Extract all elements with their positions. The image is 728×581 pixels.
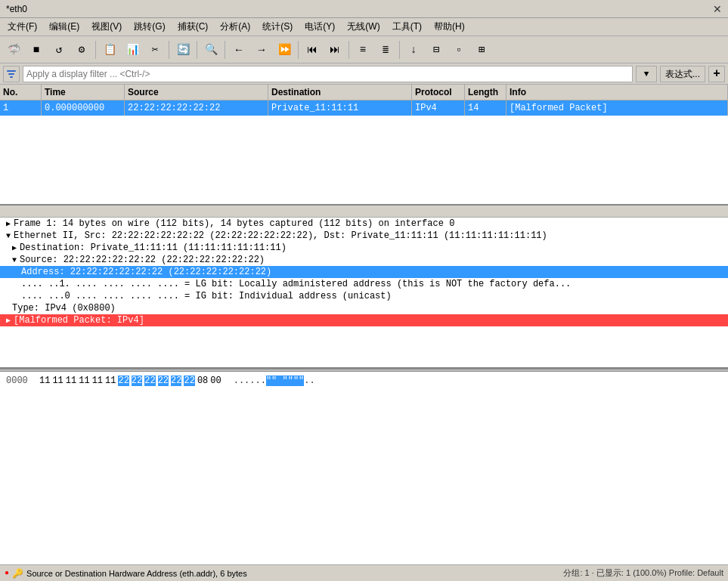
sep4 <box>225 41 225 59</box>
column-header-source: Source <box>125 85 268 100</box>
zoom-reset-icon[interactable]: ▫ <box>448 39 469 60</box>
menu-item[interactable]: 文件(F) <box>3 19 42 35</box>
filter-expression-button[interactable]: 表达式... <box>660 66 705 82</box>
detail-text: [Malformed Packet: IPv4] <box>14 315 144 326</box>
hex-row: 00001111111111112222222222220800......""… <box>6 375 722 387</box>
status-icons: ● 🔑 <box>5 568 23 579</box>
expand-arrow-icon: ▼ <box>12 256 17 264</box>
packet-details: ▶Frame 1: 14 bytes on wire (112 bits), 1… <box>0 218 728 369</box>
detail-row-lg-bit[interactable]: .... ..1. .... .... .... .... = LG bit: … <box>0 278 728 290</box>
expand-arrow-icon: ▶ <box>12 243 17 252</box>
status-key-icon[interactable]: 🔑 <box>12 568 23 579</box>
detail-text: Type: IPv4 (0x0800) <box>12 303 116 314</box>
detail-row-ig-bit[interactable]: .... ...0 .... .... .... .... = IG bit: … <box>0 290 728 302</box>
restart-icon[interactable]: ↺ <box>48 39 70 60</box>
svg-rect-1 <box>8 73 14 75</box>
table-cell: 22:22:22:22:22:22 <box>125 100 268 116</box>
back-icon[interactable]: ← <box>228 39 249 60</box>
filter-icon-button[interactable] <box>3 66 20 82</box>
horizontal-scrollbar[interactable] <box>0 206 728 218</box>
hex-ascii-highlighted: "" """" <box>266 375 304 386</box>
detail-row-type[interactable]: Type: IPv4 (0x0800) <box>0 302 728 314</box>
zoom-in-icon[interactable]: ↓ <box>403 39 424 60</box>
open-icon[interactable]: 📋 <box>99 39 120 60</box>
last-packet-icon[interactable]: ⏭ <box>324 39 345 60</box>
zoom-out-icon[interactable]: ⊟ <box>426 39 447 60</box>
column-header-protocol: Protocol <box>412 85 465 100</box>
detail-row-malformed[interactable]: ▶[Malformed Packet: IPv4] <box>0 314 728 326</box>
find-icon[interactable]: 🔍 <box>200 39 221 60</box>
filterbar: ▼ 表达式... + <box>0 63 728 85</box>
stop-icon[interactable]: ■ <box>26 39 47 60</box>
expand-icon[interactable]: ⊞ <box>471 39 492 60</box>
sep5 <box>298 41 299 59</box>
table-cell: IPv4 <box>412 100 465 116</box>
detail-text: Ethernet II, Src: 22:22:22:22:22:22 (22:… <box>14 230 547 241</box>
autoscroll-icon[interactable]: ≣ <box>375 39 396 60</box>
menu-item[interactable]: 编辑(E) <box>45 19 84 35</box>
detail-row-src[interactable]: ▼Source: 22:22:22:22:22:22 (22:22:22:22:… <box>0 254 728 266</box>
filter-input[interactable] <box>23 66 633 82</box>
hex-ascii-pre: ...... <box>234 375 266 386</box>
hex-byte: 11 <box>92 375 103 386</box>
detail-text: Destination: Private_11:11:11 (11:11:11:… <box>20 243 287 253</box>
hex-byte: 22 <box>118 375 129 386</box>
sep7 <box>399 41 400 59</box>
detail-text: .... ..1. .... .... .... .... = LG bit: … <box>21 279 571 289</box>
detail-row-frame[interactable]: ▶Frame 1: 14 bytes on wire (112 bits), 1… <box>0 218 728 230</box>
table-cell: 1 <box>0 100 42 116</box>
menu-item[interactable]: 捕获(C) <box>173 19 213 35</box>
close-capture-icon[interactable]: ✂ <box>144 39 166 60</box>
hex-byte: 11 <box>52 375 63 386</box>
filter-add-button[interactable]: + <box>708 66 725 82</box>
detail-text: Address: 22:22:22:22:22:22 (22:22:22:22:… <box>21 267 271 277</box>
menu-item[interactable]: 工具(T) <box>388 19 426 35</box>
shark-fin-icon[interactable]: 🦈 <box>3 39 24 60</box>
close-button[interactable]: ✕ <box>713 3 722 15</box>
packet-rows: 10.00000000022:22:22:22:22:22Private_11:… <box>0 100 728 116</box>
table-row[interactable]: 10.00000000022:22:22:22:22:22Private_11:… <box>0 100 728 116</box>
first-packet-icon[interactable]: ⏮ <box>302 39 323 60</box>
hex-byte: 00 <box>210 375 221 386</box>
hex-ascii: ......"" """".. <box>234 375 315 386</box>
table-cell: 0.000000000 <box>42 100 125 116</box>
packet-list: No. Time Source Destination Protocol Len… <box>0 85 728 206</box>
menu-item[interactable]: 统计(S) <box>258 19 297 35</box>
detail-row-dst[interactable]: ▶Destination: Private_11:11:11 (11:11:11… <box>0 242 728 254</box>
menu-item[interactable]: 无线(W) <box>342 19 384 35</box>
detail-text: Source: 22:22:22:22:22:22 (22:22:22:22:2… <box>20 255 265 265</box>
save-icon[interactable]: 📊 <box>122 39 143 60</box>
column-header-destination: Destination <box>268 85 412 100</box>
colorize-icon[interactable]: ≡ <box>352 39 373 60</box>
hex-byte: 22 <box>132 375 142 386</box>
hex-ascii-post: .. <box>304 375 314 386</box>
status-message: Source or Destination Hardware Address (… <box>26 569 560 578</box>
packet-list-header: No. Time Source Destination Protocol Len… <box>0 85 728 100</box>
hex-byte: 11 <box>66 375 76 386</box>
hex-bytes: 1111111111112222222222220800 <box>39 375 221 386</box>
table-cell: [Malformed Packet] <box>507 100 728 116</box>
options-icon[interactable]: ⚙ <box>71 39 92 60</box>
menu-item[interactable]: 电话(Y) <box>300 19 339 35</box>
expand-arrow-icon: ▼ <box>6 232 11 240</box>
hex-byte: 22 <box>184 375 194 386</box>
status-dot-icon: ● <box>5 568 9 579</box>
column-header-time: Time <box>42 85 125 100</box>
column-header-length: Length <box>465 85 507 100</box>
hex-byte: 22 <box>171 375 181 386</box>
detail-row-ethernet[interactable]: ▼Ethernet II, Src: 22:22:22:22:22:22 (22… <box>0 230 728 242</box>
titlebar: *eth0 ✕ <box>0 0 728 18</box>
reload-icon[interactable]: 🔄 <box>172 39 194 60</box>
forward-icon[interactable]: → <box>251 39 272 60</box>
column-header-info: Info <box>507 85 728 100</box>
hex-byte: 08 <box>197 375 208 386</box>
filter-dropdown-button[interactable]: ▼ <box>636 66 657 82</box>
detail-row-src-addr[interactable]: Address: 22:22:22:22:22:22 (22:22:22:22:… <box>0 266 728 278</box>
menu-item[interactable]: 分析(A) <box>215 19 255 35</box>
menu-item[interactable]: 视图(V) <box>87 19 126 35</box>
prev-capture-icon[interactable]: ⏩ <box>274 39 295 60</box>
menu-item[interactable]: 帮助(H) <box>429 19 469 35</box>
menu-item[interactable]: 跳转(G) <box>129 19 169 35</box>
hex-offset: 0000 <box>6 375 33 386</box>
detail-text: Frame 1: 14 bytes on wire (112 bits), 14… <box>14 218 454 229</box>
